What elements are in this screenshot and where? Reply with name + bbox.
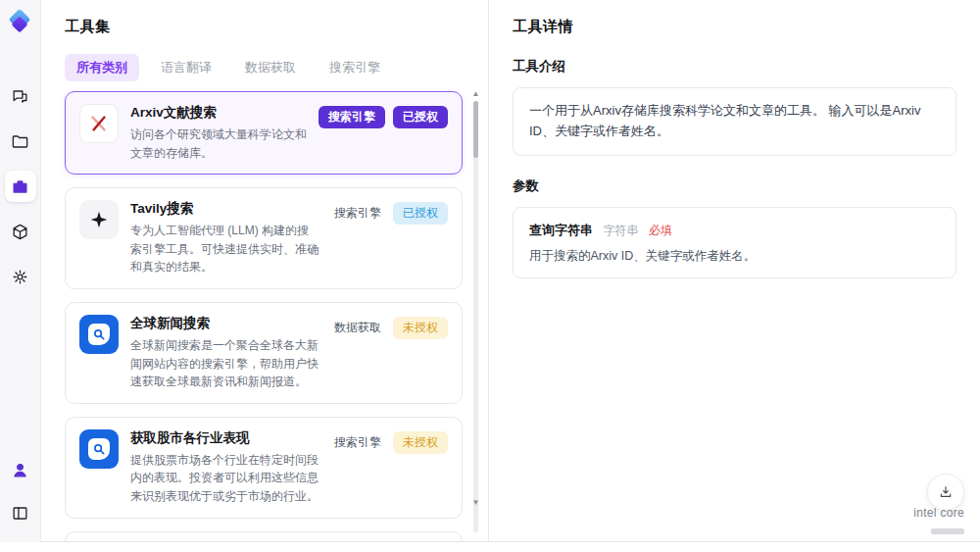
app-logo-icon (8, 10, 33, 39)
intro-box: 一个用于从Arxiv存储库搜索科学论文和文章的工具。 输入可以是Arxiv ID… (513, 87, 956, 156)
search-app-icon (79, 429, 119, 469)
panels-icon[interactable] (5, 497, 36, 528)
scrollbar-thumb[interactable] (473, 101, 478, 158)
auth-status-badge: 已授权 (393, 106, 448, 128)
tool-card-list: Arxiv文献搜索访问各个研究领域大量科学论文和文章的存储库。搜索引擎已授权Ta… (65, 91, 480, 542)
auth-status-badge: 已授权 (393, 202, 448, 225)
tool-name: Arxiv文献搜索 (130, 104, 307, 122)
tool-detail-panel: 工具详情 工具介绍 一个用于从Arxiv存储库搜索科学论文和文章的工具。 输入可… (488, 0, 980, 542)
folder-icon[interactable] (5, 125, 36, 157)
download-icon (938, 484, 954, 500)
tool-card[interactable]: 获取股市各行业表现提供股票市场各个行业在特定时间段内的表现。投资者可以利用这些信… (65, 417, 463, 519)
scroll-down-icon[interactable]: ▼ (471, 498, 480, 507)
param-box: 查询字符串 字符串 必填 用于搜索的Arxiv ID、关键字或作者姓名。 (513, 207, 956, 278)
app-window: 工具集 所有类别语言翻译数据获取搜索引擎 Arxiv文献搜索访问各个研究领域大量… (0, 0, 980, 552)
category-tag: 搜索引擎 (318, 106, 385, 128)
param-name: 查询字符串 (529, 223, 593, 237)
detail-title: 工具详情 (513, 18, 956, 36)
user-icon[interactable] (5, 454, 36, 485)
toolbox-icon[interactable] (5, 171, 36, 202)
tool-description: 全球新闻搜索是一个聚合全球各大新闻网站内容的搜索引擎，帮助用户快速获取全球最新资… (130, 336, 318, 391)
page-title: 工具集 (65, 18, 480, 36)
left-rail (0, 0, 41, 542)
category-tag: 数据获取 (330, 317, 385, 339)
param-type: 字符串 (603, 224, 638, 237)
tool-description: 提供股票市场各个行业在特定时间段内的表现。投资者可以利用这些信息来识别表现优于或… (130, 451, 318, 506)
category-tag: 搜索引擎 (330, 202, 385, 225)
cube-icon[interactable] (5, 216, 36, 247)
tool-name: 全球新闻搜索 (130, 315, 318, 332)
tool-name: 获取股市各行业表现 (130, 429, 318, 447)
chat-icon[interactable] (5, 80, 36, 112)
param-description: 用于搜索的Arxiv ID、关键字或作者姓名。 (529, 248, 940, 265)
intro-text: 一个用于从Arxiv存储库搜索科学论文和文章的工具。 输入可以是Arxiv ID… (529, 101, 940, 142)
tool-card[interactable]: Arxiv文献搜索访问各个研究领域大量科学论文和文章的存储库。搜索引擎已授权 (65, 91, 463, 175)
tab-0[interactable]: 所有类别 (65, 54, 139, 81)
intro-heading: 工具介绍 (513, 58, 956, 75)
tavily-icon (79, 200, 119, 239)
scroll-up-icon[interactable]: ▲ (471, 89, 480, 98)
gear-icon[interactable] (5, 261, 36, 292)
tool-list-panel: 工具集 所有类别语言翻译数据获取搜索引擎 Arxiv文献搜索访问各个研究领域大量… (41, 0, 488, 542)
auth-status-badge: 未授权 (393, 317, 448, 339)
tool-card[interactable]: Tavily搜索专为人工智能代理 (LLM) 构建的搜索引擎工具。可快速提供实时… (65, 187, 463, 289)
tool-card[interactable]: 全球新闻搜索全球新闻搜索是一个聚合全球各大新闻网站内容的搜索引擎，帮助用户快速获… (65, 302, 463, 404)
scrollbar-track[interactable] (473, 101, 478, 532)
category-tabs: 所有类别语言翻译数据获取搜索引擎 (65, 54, 480, 81)
param-required-badge: 必填 (649, 224, 672, 237)
tool-card[interactable]: 获取市场最活跃股票信息提供当天交易量最高的股票列表。投资者可以利用这些信息来识别… (65, 531, 463, 542)
intel-badge-sub (931, 528, 964, 534)
intel-core-text: intel core (913, 506, 964, 520)
intel-core-logo: intel core (913, 503, 964, 538)
arxiv-icon (79, 104, 119, 143)
tab-3[interactable]: 搜索引擎 (318, 54, 392, 81)
params-heading: 参数 (513, 177, 956, 195)
tool-description: 专为人工智能代理 (LLM) 构建的搜索引擎工具。可快速提供实时、准确和真实的结… (130, 222, 318, 276)
list-scrollbar[interactable]: ▲ ▼ (471, 91, 480, 542)
tab-1[interactable]: 语言翻译 (149, 54, 223, 81)
auth-status-badge: 未授权 (393, 431, 448, 454)
category-tag: 搜索引擎 (330, 431, 385, 454)
tool-description: 访问各个研究领域大量科学论文和文章的存储库。 (130, 125, 307, 162)
search-app-icon (79, 315, 119, 354)
tool-name: Tavily搜索 (130, 200, 318, 218)
tab-2[interactable]: 数据获取 (233, 54, 308, 81)
